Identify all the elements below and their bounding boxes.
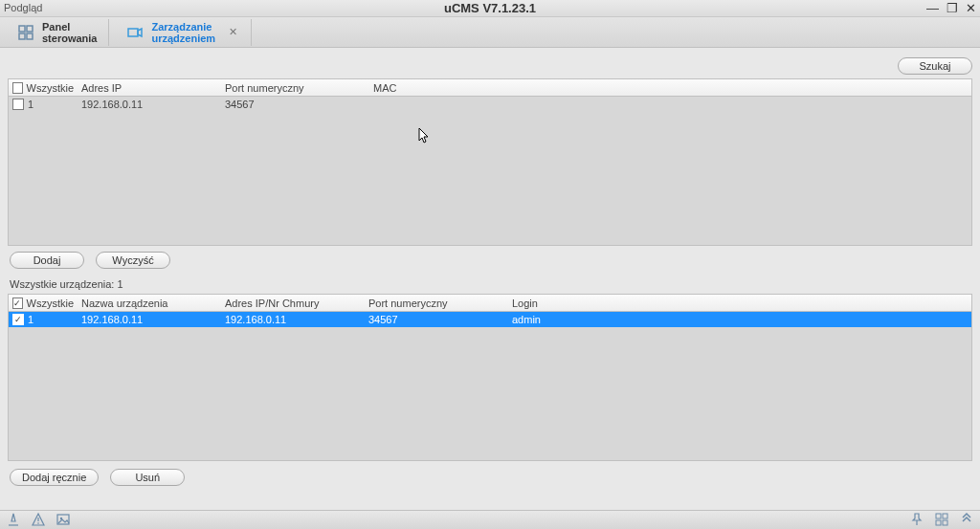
- svg-rect-1: [27, 26, 33, 32]
- camera-icon: [126, 24, 144, 41]
- svg-rect-3: [27, 33, 33, 39]
- table-row[interactable]: 1 192.168.0.11 192.168.0.11 34567 admin: [9, 312, 971, 327]
- row-name: 192.168.0.11: [78, 314, 221, 325]
- close-button[interactable]: ✕: [966, 1, 976, 15]
- col-port: Port numeryczny: [365, 298, 508, 309]
- tab-label: Zarządzanie urządzeniem: [151, 21, 215, 44]
- table-body: 1 192.168.0.11 34567: [9, 97, 971, 245]
- row-checkbox[interactable]: [12, 99, 24, 110]
- clear-button[interactable]: Wyczyść: [96, 252, 170, 269]
- pin-icon[interactable]: [909, 512, 924, 529]
- table-row[interactable]: 1 192.168.0.11 34567: [9, 97, 971, 112]
- search-button[interactable]: Szukaj: [898, 57, 972, 75]
- col-ipcloud: Adres IP/Nr Chmury: [221, 298, 365, 309]
- col-mac: MAC: [369, 82, 971, 94]
- collapse-icon[interactable]: [959, 512, 974, 529]
- grid-small-icon[interactable]: [934, 512, 949, 529]
- svg-rect-12: [936, 514, 941, 518]
- add-manual-button[interactable]: Dodaj ręcznie: [10, 469, 99, 486]
- all-devices-table: Wszystkie Nazwa urządzenia Adres IP/Nr C…: [8, 294, 972, 461]
- svg-marker-5: [138, 29, 142, 36]
- alert-icon[interactable]: [31, 512, 46, 529]
- svg-rect-13: [943, 514, 947, 518]
- svg-rect-14: [936, 520, 941, 525]
- app-title: uCMS V7.1.23.1: [444, 1, 536, 15]
- row-port: 34567: [365, 314, 508, 325]
- add-button[interactable]: Dodaj: [10, 252, 84, 269]
- row-login: admin: [508, 314, 971, 325]
- col-ip: Adres IP: [78, 82, 221, 94]
- discovered-actions: Dodaj Wyczyść: [8, 252, 972, 269]
- table-body: 1 192.168.0.11 192.168.0.11 34567 admin: [9, 312, 971, 460]
- window-controls: — ❐ ✕: [926, 1, 976, 15]
- search-row: Szukaj: [8, 57, 972, 75]
- col-login: Login: [508, 298, 971, 309]
- row-port: 34567: [221, 99, 369, 110]
- titlebar-left-label: Podgląd: [4, 2, 42, 13]
- select-all-checkbox[interactable]: [12, 298, 23, 309]
- all-devices-label: Wszystkie urządzenia: 1: [10, 278, 972, 290]
- col-port: Port numeryczny: [221, 82, 369, 94]
- restore-button[interactable]: ❐: [947, 1, 958, 15]
- row-ipcloud: 192.168.0.11: [221, 314, 365, 325]
- delete-button[interactable]: Usuń: [110, 469, 185, 486]
- beacon-icon[interactable]: [6, 512, 21, 529]
- titlebar: Podgląd uCMS V7.1.23.1 — ❐ ✕: [0, 0, 980, 17]
- svg-rect-0: [19, 26, 25, 32]
- discovered-devices-table: Wszystkie Adres IP Port numeryczny MAC 1…: [8, 78, 972, 246]
- row-num: 1: [28, 314, 33, 325]
- tab-close-icon[interactable]: ✕: [227, 26, 239, 38]
- svg-rect-15: [943, 520, 947, 525]
- statusbar: [0, 510, 980, 529]
- main-content: Szukaj Wszystkie Adres IP Port numeryczn…: [0, 48, 980, 486]
- grid-icon: [17, 24, 34, 41]
- tab-label: Panel sterowania: [42, 21, 97, 44]
- tab-control-panel[interactable]: Panel sterowania: [6, 19, 109, 46]
- col-all: Wszystkie: [27, 82, 75, 94]
- devices-actions: Dodaj ręcznie Usuń: [8, 469, 972, 486]
- table-header: Wszystkie Adres IP Port numeryczny MAC: [9, 79, 971, 97]
- svg-point-9: [37, 522, 39, 524]
- select-all-checkbox[interactable]: [12, 82, 23, 94]
- svg-rect-2: [19, 33, 25, 39]
- minimize-button[interactable]: —: [926, 1, 939, 15]
- tabbar: Panel sterowania Zarządzanie urządzeniem…: [0, 17, 980, 48]
- image-icon[interactable]: [56, 512, 71, 529]
- table-header: Wszystkie Nazwa urządzenia Adres IP/Nr C…: [9, 295, 971, 312]
- col-all: Wszystkie: [27, 298, 75, 309]
- tab-device-management[interactable]: Zarządzanie urządzeniem ✕: [115, 19, 252, 46]
- row-num: 1: [28, 99, 33, 110]
- svg-rect-4: [128, 29, 138, 36]
- row-checkbox[interactable]: [12, 314, 24, 325]
- row-ip: 192.168.0.11: [78, 99, 221, 110]
- col-name: Nazwa urządzenia: [78, 298, 221, 309]
